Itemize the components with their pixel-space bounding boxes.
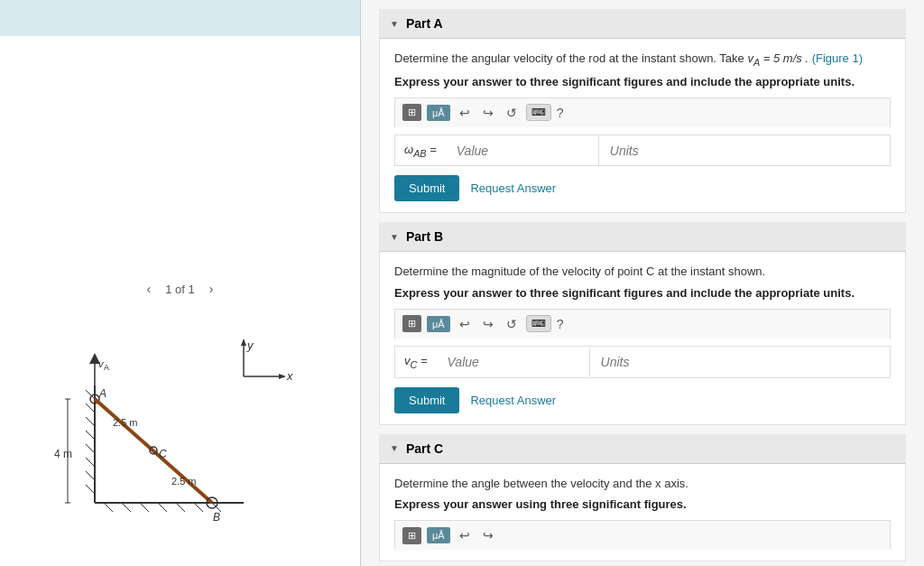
svg-line-12 — [86, 458, 95, 467]
part-b-mu-button[interactable]: μÅ — [427, 316, 450, 332]
part-b-undo-button[interactable]: ↩ — [456, 315, 474, 333]
mu-button[interactable]: μÅ — [427, 105, 450, 121]
part-a-instruction: Express your answer to three significant… — [394, 75, 891, 88]
part-b-problem: Determine the magnitude of the velocity … — [394, 263, 891, 281]
svg-marker-1 — [241, 339, 246, 346]
svg-text:2.5 m: 2.5 m — [113, 417, 138, 428]
part-b-actions: Submit Request Answer — [394, 387, 891, 413]
part-a-submit-button[interactable]: Submit — [394, 175, 459, 201]
svg-text:y: y — [246, 339, 254, 352]
part-b-title: Part B — [406, 229, 443, 244]
next-page-button[interactable]: › — [204, 280, 219, 298]
part-b-body: Determine the magnitude of the velocity … — [379, 252, 906, 424]
svg-line-17 — [122, 503, 131, 512]
part-c-title: Part C — [406, 441, 443, 456]
svg-line-19 — [158, 503, 167, 512]
part-c-header[interactable]: ▼ Part C — [379, 434, 906, 464]
part-a-section: ▼ Part A Determine the angular velocity … — [379, 9, 906, 213]
part-a-arrow: ▼ — [390, 19, 399, 29]
part-b-answer-row: vC = — [394, 346, 891, 378]
part-a-label: ωAB = — [395, 135, 446, 166]
svg-text:B: B — [213, 511, 220, 524]
grid-button[interactable]: ⊞ — [402, 104, 421, 121]
part-b-redo-button[interactable]: ↪ — [479, 315, 497, 333]
figure-ref-link[interactable]: (Figure 1) — [812, 51, 863, 65]
nav-bar: ‹ 1 of 1 › — [0, 280, 360, 298]
redo-button[interactable]: ↪ — [479, 104, 497, 122]
svg-line-8 — [86, 404, 95, 413]
diagram-area: y x — [45, 331, 316, 548]
svg-text:x: x — [286, 369, 293, 383]
svg-line-18 — [140, 503, 149, 512]
part-b-grid-button[interactable]: ⊞ — [402, 315, 421, 332]
diagram-svg: y x — [45, 331, 316, 539]
svg-text:2.5 m: 2.5 m — [171, 476, 197, 487]
part-b-refresh-button[interactable]: ↺ — [503, 315, 521, 333]
part-c-instruction: Express your answer using three signific… — [394, 497, 891, 511]
help-icon[interactable]: ? — [557, 106, 564, 120]
part-c-body: Determine the angle between the velocity… — [379, 464, 906, 562]
part-c-undo-button[interactable]: ↩ — [456, 526, 474, 544]
prev-page-button[interactable]: ‹ — [142, 280, 157, 298]
part-a-problem: Determine the angular velocity of the ro… — [394, 50, 891, 70]
svg-line-10 — [86, 431, 95, 440]
part-a-formula: vA = 5 m/s . — [747, 51, 808, 65]
part-b-instruction: Express your answer to three significant… — [394, 286, 891, 300]
svg-text:A: A — [98, 387, 106, 400]
right-panel: ▼ Part A Determine the angular velocity … — [361, 0, 924, 566]
part-a-body: Determine the angular velocity of the ro… — [379, 39, 906, 213]
part-b-submit-button[interactable]: Submit — [394, 387, 459, 413]
part-c-section: ▼ Part C Determine the angle between the… — [379, 434, 906, 562]
part-a-actions: Submit Request Answer — [394, 175, 891, 201]
part-c-problem: Determine the angle between the velocity… — [394, 475, 891, 493]
svg-marker-4 — [279, 374, 286, 379]
part-c-mu-button[interactable]: μÅ — [427, 527, 450, 543]
part-c-redo-button[interactable]: ↪ — [479, 526, 497, 544]
refresh-button[interactable]: ↺ — [503, 104, 521, 122]
top-bar — [0, 0, 360, 36]
svg-line-14 — [86, 485, 95, 494]
svg-line-13 — [86, 471, 95, 480]
svg-line-32 — [95, 399, 212, 503]
part-c-arrow: ▼ — [390, 443, 399, 453]
part-a-request-answer-link[interactable]: Request Answer — [470, 181, 556, 195]
svg-text:A: A — [104, 363, 109, 372]
svg-line-16 — [104, 503, 113, 512]
svg-text:C: C — [159, 448, 167, 460]
part-b-toolbar: ⊞ μÅ ↩ ↪ ↺ ⌨ ? — [394, 309, 891, 339]
part-b-section: ▼ Part B Determine the magnitude of the … — [379, 222, 906, 424]
left-panel: ‹ 1 of 1 › y x — [0, 0, 361, 566]
part-b-units-input[interactable] — [590, 348, 707, 376]
part-c-toolbar: ⊞ μÅ ↩ ↪ — [394, 520, 891, 550]
page-indicator: 1 of 1 — [165, 283, 195, 296]
part-a-header[interactable]: ▼ Part A — [379, 9, 906, 39]
part-a-title: Part A — [406, 16, 443, 31]
part-a-toolbar: ⊞ μÅ ↩ ↪ ↺ ⌨ ? — [394, 97, 891, 127]
part-b-label: vC = — [395, 347, 437, 377]
part-b-request-answer-link[interactable]: Request Answer — [470, 394, 556, 407]
part-a-value-input[interactable] — [446, 136, 599, 165]
svg-line-11 — [86, 444, 95, 453]
part-a-units-input[interactable] — [599, 136, 716, 165]
svg-text:4 m: 4 m — [54, 448, 72, 460]
part-b-keyboard-button[interactable]: ⌨ — [526, 315, 551, 332]
part-b-arrow: ▼ — [390, 232, 399, 242]
svg-line-21 — [194, 503, 203, 512]
part-a-answer-row: ωAB = — [394, 135, 891, 167]
part-b-header[interactable]: ▼ Part B — [379, 222, 906, 252]
part-b-help-icon[interactable]: ? — [557, 317, 564, 331]
part-b-value-input[interactable] — [437, 348, 590, 376]
svg-line-9 — [86, 417, 95, 426]
undo-button[interactable]: ↩ — [456, 104, 474, 122]
svg-line-20 — [176, 503, 185, 512]
part-c-grid-button[interactable]: ⊞ — [402, 527, 421, 544]
keyboard-button[interactable]: ⌨ — [526, 104, 551, 121]
